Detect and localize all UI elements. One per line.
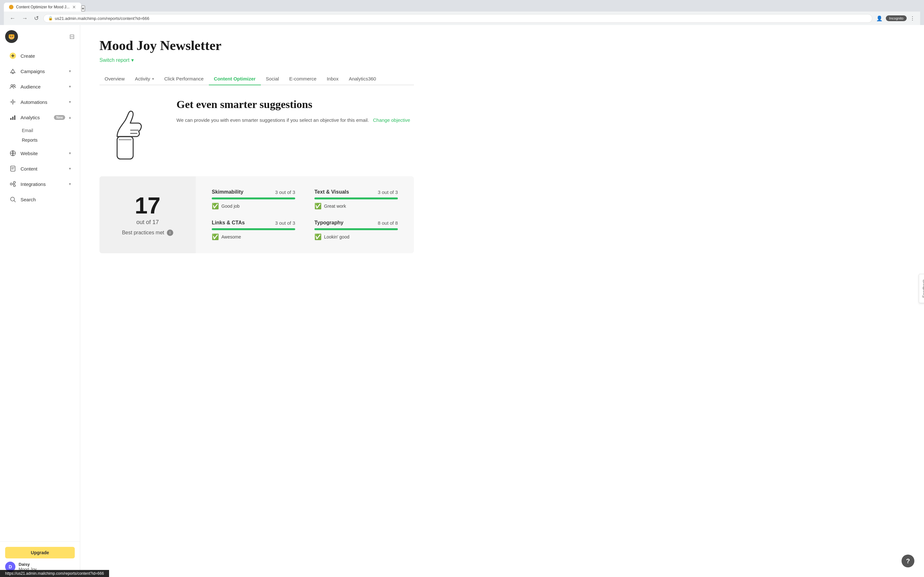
tab-overview[interactable]: Overview bbox=[99, 73, 130, 85]
svg-rect-12 bbox=[12, 117, 13, 120]
svg-point-3 bbox=[10, 37, 13, 39]
activity-tab-chevron-icon: ▾ bbox=[152, 77, 154, 81]
svg-point-5 bbox=[12, 36, 13, 37]
suggestions-section: Get even smarter suggestions We can prov… bbox=[99, 98, 414, 163]
main-content: Mood Joy Newsletter Switch report ▾ Over… bbox=[80, 25, 924, 577]
metric-skimmability-status: ✅ Good job bbox=[212, 203, 295, 210]
sidebar-item-content[interactable]: Content ▾ bbox=[3, 161, 78, 176]
audience-chevron-icon: ▾ bbox=[69, 84, 71, 89]
tab-analytics360[interactable]: Analytics360 bbox=[344, 73, 381, 85]
new-tab-button[interactable]: + bbox=[81, 5, 85, 11]
svg-point-9 bbox=[13, 85, 15, 87]
metric-text-visuals: Text & Visuals 3 out of 3 ✅ Great work bbox=[314, 189, 398, 210]
metric-links-ctas-name: Links & CTAs bbox=[212, 220, 245, 226]
url-text: us21.admin.mailchimp.com/reports/content… bbox=[55, 16, 149, 21]
sidebar-item-audience[interactable]: Audience ▾ bbox=[3, 79, 78, 93]
tab-title: Content Optimizer for Mood J... bbox=[16, 5, 69, 9]
profile-button[interactable]: 👤 bbox=[875, 14, 884, 23]
sidebar-item-analytics-label: Analytics bbox=[21, 115, 50, 120]
suggestions-title: Get even smarter suggestions bbox=[176, 98, 414, 111]
integrations-icon bbox=[9, 180, 17, 188]
browser-toolbar-actions: 👤 Incognito ⋮ bbox=[875, 14, 916, 23]
change-objective-link[interactable]: Change objective bbox=[373, 117, 410, 123]
metric-text-visuals-score: 3 out of 3 bbox=[378, 189, 398, 195]
sidebar-item-create[interactable]: Create bbox=[3, 49, 78, 63]
browser-tab-active[interactable]: Content Optimizer for Mood J... ✕ bbox=[4, 3, 81, 11]
automations-icon bbox=[9, 98, 17, 106]
tab-activity[interactable]: Activity ▾ bbox=[130, 73, 160, 85]
score-metrics-grid: Skimmability 3 out of 3 ✅ Good job bbox=[196, 176, 414, 253]
svg-point-17 bbox=[13, 181, 15, 183]
address-bar[interactable]: 🔒 us21.admin.mailchimp.com/reports/conte… bbox=[43, 14, 872, 23]
app: ⊟ Create Campaigns ▾ Audience ▾ bbox=[0, 25, 924, 577]
metric-skimmability-fill bbox=[212, 197, 295, 199]
metric-links-ctas-status: ✅ Awesome bbox=[212, 234, 295, 240]
metric-typography-status: ✅ Lookin' good bbox=[314, 234, 398, 240]
menu-button[interactable]: ⋮ bbox=[909, 14, 916, 23]
reload-button[interactable]: ↺ bbox=[32, 13, 41, 23]
metric-typography-score: 8 out of 8 bbox=[378, 220, 398, 226]
help-button[interactable]: ? bbox=[901, 554, 914, 567]
svg-rect-15 bbox=[11, 166, 15, 171]
svg-point-10 bbox=[12, 101, 14, 103]
analytics-new-badge: New bbox=[54, 115, 65, 120]
incognito-badge: Incognito bbox=[886, 15, 907, 21]
switch-report-label: Switch report bbox=[99, 57, 129, 63]
status-bar-url: https://us21.admin.mailchimp.com/reports… bbox=[5, 571, 104, 576]
svg-rect-11 bbox=[10, 118, 11, 120]
forward-button[interactable]: → bbox=[20, 14, 29, 23]
automations-chevron-icon: ▾ bbox=[69, 100, 71, 104]
info-icon[interactable]: i bbox=[167, 229, 173, 236]
sidebar-item-create-label: Create bbox=[21, 53, 71, 59]
sub-nav-email[interactable]: Email bbox=[15, 126, 80, 135]
metric-skimmability-bar bbox=[212, 197, 295, 199]
switch-report-button[interactable]: Switch report ▾ bbox=[99, 57, 134, 63]
back-button[interactable]: ← bbox=[8, 14, 17, 23]
sub-nav-reports[interactable]: Reports bbox=[15, 135, 80, 145]
metric-skimmability: Skimmability 3 out of 3 ✅ Good job bbox=[212, 189, 295, 210]
metric-skimmability-name: Skimmability bbox=[212, 189, 244, 195]
sidebar-item-campaigns-label: Campaigns bbox=[21, 69, 65, 74]
sidebar-item-search-label: Search bbox=[21, 197, 71, 202]
metric-links-ctas-fill bbox=[212, 228, 295, 230]
svg-point-16 bbox=[10, 183, 12, 185]
metric-links-ctas-score: 3 out of 3 bbox=[275, 220, 295, 226]
analytics-chevron-icon: ▴ bbox=[69, 115, 71, 119]
sidebar-item-integrations[interactable]: Integrations ▾ bbox=[3, 177, 78, 191]
integrations-chevron-icon: ▾ bbox=[69, 182, 71, 186]
tab-content-optimizer[interactable]: Content Optimizer bbox=[209, 73, 261, 85]
score-out-of: out of 17 bbox=[136, 219, 159, 226]
feedback-tab[interactable]: Feedback bbox=[919, 274, 924, 303]
tab-inbox[interactable]: Inbox bbox=[321, 73, 344, 85]
suggestions-description: We can provide you with even smarter sug… bbox=[176, 116, 414, 124]
sidebar-item-automations[interactable]: Automations ▾ bbox=[3, 95, 78, 109]
website-icon bbox=[9, 149, 17, 157]
sidebar-item-website-label: Website bbox=[21, 151, 65, 156]
status-bar: https://us21.admin.mailchimp.com/reports… bbox=[0, 570, 109, 577]
upgrade-button[interactable]: Upgrade bbox=[5, 547, 75, 558]
sidebar-item-analytics[interactable]: Analytics New ▴ bbox=[3, 110, 78, 124]
tab-navigation: Overview Activity ▾ Click Performance Co… bbox=[99, 73, 414, 85]
thumbs-up-svg bbox=[99, 98, 151, 162]
check-icon: ✅ bbox=[314, 203, 321, 210]
tab-social[interactable]: Social bbox=[261, 73, 284, 85]
check-icon: ✅ bbox=[314, 234, 321, 240]
sidebar-item-automations-label: Automations bbox=[21, 99, 65, 105]
metric-text-visuals-bar bbox=[314, 197, 398, 199]
thumbs-up-illustration bbox=[99, 98, 157, 163]
tab-close-button[interactable]: ✕ bbox=[72, 5, 76, 10]
content-icon bbox=[9, 165, 17, 172]
switch-report-chevron-icon: ▾ bbox=[131, 57, 134, 63]
metric-text-visuals-name: Text & Visuals bbox=[314, 189, 349, 195]
metric-typography-fill bbox=[314, 228, 398, 230]
browser-chrome: Content Optimizer for Mood J... ✕ + ← → … bbox=[0, 0, 924, 25]
metric-typography: Typography 8 out of 8 ✅ Lookin' good bbox=[314, 220, 398, 240]
sidebar-logo-area: ⊟ bbox=[0, 25, 80, 48]
sidebar-item-search[interactable]: Search bbox=[3, 192, 78, 206]
sidebar-item-website[interactable]: Website ▾ bbox=[3, 146, 78, 160]
suggestions-text: Get even smarter suggestions We can prov… bbox=[176, 98, 414, 124]
sidebar-toggle-button[interactable]: ⊟ bbox=[69, 33, 75, 40]
sidebar-item-campaigns[interactable]: Campaigns ▾ bbox=[3, 64, 78, 78]
tab-click-performance[interactable]: Click Performance bbox=[159, 73, 209, 85]
tab-ecommerce[interactable]: E-commerce bbox=[284, 73, 321, 85]
